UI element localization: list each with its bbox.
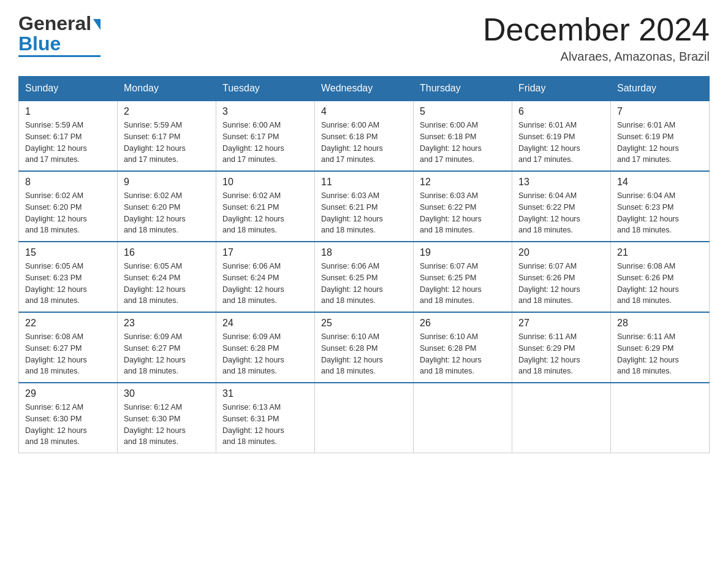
header-monday: Monday (118, 77, 216, 101)
page-header: General Blue December 2024 Alvaraes, Ama… (18, 12, 710, 64)
table-row: 15Sunrise: 6:05 AMSunset: 6:23 PMDayligh… (19, 242, 118, 312)
day-number: 12 (420, 177, 506, 188)
table-row: 13Sunrise: 6:04 AMSunset: 6:22 PMDayligh… (512, 171, 611, 242)
week-row-2: 8Sunrise: 6:02 AMSunset: 6:20 PMDaylight… (19, 171, 710, 242)
day-number: 16 (124, 247, 210, 258)
table-row: 14Sunrise: 6:04 AMSunset: 6:23 PMDayligh… (611, 171, 710, 242)
day-info: Sunrise: 6:06 AMSunset: 6:25 PMDaylight:… (321, 261, 407, 307)
day-info: Sunrise: 6:12 AMSunset: 6:30 PMDaylight:… (124, 402, 210, 448)
day-number: 10 (222, 177, 308, 188)
day-info: Sunrise: 6:11 AMSunset: 6:29 PMDaylight:… (617, 331, 703, 377)
table-row: 12Sunrise: 6:03 AMSunset: 6:22 PMDayligh… (414, 171, 512, 242)
day-number: 5 (420, 106, 506, 117)
table-row: 20Sunrise: 6:07 AMSunset: 6:26 PMDayligh… (512, 242, 611, 312)
day-info: Sunrise: 6:11 AMSunset: 6:29 PMDaylight:… (518, 331, 604, 377)
header-wednesday: Wednesday (315, 77, 414, 101)
day-info: Sunrise: 6:02 AMSunset: 6:20 PMDaylight:… (124, 190, 210, 236)
day-info: Sunrise: 6:07 AMSunset: 6:26 PMDaylight:… (518, 261, 604, 307)
day-info: Sunrise: 6:00 AMSunset: 6:18 PMDaylight:… (420, 120, 506, 166)
table-row: 9Sunrise: 6:02 AMSunset: 6:20 PMDaylight… (118, 171, 216, 242)
logo-general: General (18, 12, 91, 35)
day-info: Sunrise: 6:01 AMSunset: 6:19 PMDaylight:… (518, 120, 604, 166)
day-info: Sunrise: 6:10 AMSunset: 6:28 PMDaylight:… (321, 331, 407, 377)
table-row: 4Sunrise: 6:00 AMSunset: 6:18 PMDaylight… (315, 101, 414, 171)
table-row (315, 383, 414, 453)
table-row: 3Sunrise: 6:00 AMSunset: 6:17 PMDaylight… (216, 101, 315, 171)
table-row: 10Sunrise: 6:02 AMSunset: 6:21 PMDayligh… (216, 171, 315, 242)
table-row: 25Sunrise: 6:10 AMSunset: 6:28 PMDayligh… (315, 312, 414, 383)
day-number: 11 (321, 177, 407, 188)
day-number: 31 (222, 388, 308, 399)
day-number: 25 (321, 318, 407, 329)
day-info: Sunrise: 6:13 AMSunset: 6:31 PMDaylight:… (222, 402, 308, 448)
day-info: Sunrise: 6:05 AMSunset: 6:23 PMDaylight:… (25, 261, 111, 307)
header-tuesday: Tuesday (216, 77, 315, 101)
day-number: 14 (617, 177, 703, 188)
day-number: 8 (25, 177, 111, 188)
day-number: 24 (222, 318, 308, 329)
day-info: Sunrise: 6:06 AMSunset: 6:24 PMDaylight:… (222, 261, 308, 307)
week-row-1: 1Sunrise: 5:59 AMSunset: 6:17 PMDaylight… (19, 101, 710, 171)
table-row: 16Sunrise: 6:05 AMSunset: 6:24 PMDayligh… (118, 242, 216, 312)
day-info: Sunrise: 6:04 AMSunset: 6:22 PMDaylight:… (518, 190, 604, 236)
day-info: Sunrise: 5:59 AMSunset: 6:17 PMDaylight:… (25, 120, 111, 166)
header-sunday: Sunday (19, 77, 118, 101)
day-info: Sunrise: 6:09 AMSunset: 6:28 PMDaylight:… (222, 331, 308, 377)
day-info: Sunrise: 6:03 AMSunset: 6:21 PMDaylight:… (321, 190, 407, 236)
day-info: Sunrise: 6:01 AMSunset: 6:19 PMDaylight:… (617, 120, 703, 166)
day-info: Sunrise: 6:02 AMSunset: 6:20 PMDaylight:… (25, 190, 111, 236)
logo-triangle-icon (93, 19, 100, 30)
day-number: 20 (518, 247, 604, 258)
day-info: Sunrise: 6:07 AMSunset: 6:25 PMDaylight:… (420, 261, 506, 307)
day-number: 27 (518, 318, 604, 329)
table-row: 6Sunrise: 6:01 AMSunset: 6:19 PMDaylight… (512, 101, 611, 171)
day-number: 9 (124, 177, 210, 188)
day-info: Sunrise: 6:02 AMSunset: 6:21 PMDaylight:… (222, 190, 308, 236)
day-number: 13 (518, 177, 604, 188)
day-info: Sunrise: 6:00 AMSunset: 6:17 PMDaylight:… (222, 120, 308, 166)
weekday-header-row: Sunday Monday Tuesday Wednesday Thursday… (19, 77, 710, 101)
table-row (611, 383, 710, 453)
day-number: 22 (25, 318, 111, 329)
day-info: Sunrise: 6:04 AMSunset: 6:23 PMDaylight:… (617, 190, 703, 236)
day-number: 28 (617, 318, 703, 329)
table-row: 27Sunrise: 6:11 AMSunset: 6:29 PMDayligh… (512, 312, 611, 383)
day-number: 6 (518, 106, 604, 117)
day-info: Sunrise: 6:08 AMSunset: 6:26 PMDaylight:… (617, 261, 703, 307)
day-number: 2 (124, 106, 210, 117)
table-row: 23Sunrise: 6:09 AMSunset: 6:27 PMDayligh… (118, 312, 216, 383)
day-info: Sunrise: 6:12 AMSunset: 6:30 PMDaylight:… (25, 402, 111, 448)
day-info: Sunrise: 6:00 AMSunset: 6:18 PMDaylight:… (321, 120, 407, 166)
logo: General Blue (18, 12, 100, 57)
location-text: Alvaraes, Amazonas, Brazil (483, 50, 710, 64)
table-row: 21Sunrise: 6:08 AMSunset: 6:26 PMDayligh… (611, 242, 710, 312)
table-row: 5Sunrise: 6:00 AMSunset: 6:18 PMDaylight… (414, 101, 512, 171)
table-row: 31Sunrise: 6:13 AMSunset: 6:31 PMDayligh… (216, 383, 315, 453)
table-row: 11Sunrise: 6:03 AMSunset: 6:21 PMDayligh… (315, 171, 414, 242)
table-row: 19Sunrise: 6:07 AMSunset: 6:25 PMDayligh… (414, 242, 512, 312)
day-info: Sunrise: 6:10 AMSunset: 6:28 PMDaylight:… (420, 331, 506, 377)
header-thursday: Thursday (414, 77, 512, 101)
week-row-5: 29Sunrise: 6:12 AMSunset: 6:30 PMDayligh… (19, 383, 710, 453)
logo-blue-underline (18, 55, 100, 57)
day-number: 30 (124, 388, 210, 399)
table-row: 17Sunrise: 6:06 AMSunset: 6:24 PMDayligh… (216, 242, 315, 312)
table-row: 8Sunrise: 6:02 AMSunset: 6:20 PMDaylight… (19, 171, 118, 242)
day-info: Sunrise: 6:08 AMSunset: 6:27 PMDaylight:… (25, 331, 111, 377)
table-row: 30Sunrise: 6:12 AMSunset: 6:30 PMDayligh… (118, 383, 216, 453)
day-number: 26 (420, 318, 506, 329)
day-number: 19 (420, 247, 506, 258)
table-row: 26Sunrise: 6:10 AMSunset: 6:28 PMDayligh… (414, 312, 512, 383)
day-info: Sunrise: 5:59 AMSunset: 6:17 PMDaylight:… (124, 120, 210, 166)
table-row: 2Sunrise: 5:59 AMSunset: 6:17 PMDaylight… (118, 101, 216, 171)
day-number: 15 (25, 247, 111, 258)
logo-blue: Blue (18, 33, 61, 55)
day-number: 29 (25, 388, 111, 399)
day-info: Sunrise: 6:03 AMSunset: 6:22 PMDaylight:… (420, 190, 506, 236)
table-row: 7Sunrise: 6:01 AMSunset: 6:19 PMDaylight… (611, 101, 710, 171)
week-row-3: 15Sunrise: 6:05 AMSunset: 6:23 PMDayligh… (19, 242, 710, 312)
day-number: 7 (617, 106, 703, 117)
table-row: 18Sunrise: 6:06 AMSunset: 6:25 PMDayligh… (315, 242, 414, 312)
title-section: December 2024 Alvaraes, Amazonas, Brazil (483, 12, 710, 64)
day-number: 21 (617, 247, 703, 258)
